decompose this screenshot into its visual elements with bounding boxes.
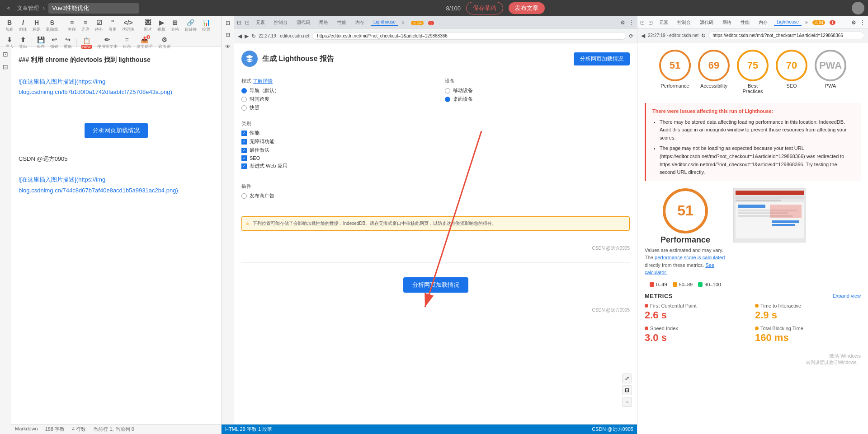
big-score-circle: 51	[663, 188, 708, 233]
lh-panel-more-icon[interactable]: ⋮	[860, 19, 865, 26]
inner-back-btn[interactable]: ◀	[238, 33, 242, 39]
inner-refresh-btn[interactable]: ⟳	[629, 33, 633, 39]
perf-score-section: 51 Performance Values are estimated and …	[645, 188, 726, 287]
toolbar-code[interactable]: </>代码块	[120, 18, 136, 33]
metrics-expand-btn[interactable]: Expand view	[833, 293, 861, 299]
inner-forward-btn[interactable]: ▶	[245, 33, 249, 39]
lh-check-a11y[interactable]: ✓	[241, 139, 247, 145]
toolbar-quote[interactable]: "引用	[107, 18, 118, 33]
perf-screenshot	[733, 188, 806, 243]
devtools-tab-network[interactable]: 网络	[316, 19, 331, 27]
lh-analyze-btn-top[interactable]: 分析网页加载情况	[574, 52, 630, 65]
toolbar-bold[interactable]: B加粗	[4, 18, 15, 33]
lh-radio-snapshot[interactable]	[241, 105, 247, 111]
back-btn[interactable]: ＜	[4, 3, 14, 13]
lh-mode-timespan-label: 时间跨度	[250, 96, 269, 103]
lh-panel-tab-elements[interactable]: 元素	[656, 19, 671, 27]
editor-status-bar: Markdown 188 字数 4 行数 当前行 1, 当前列 0	[11, 424, 221, 434]
metric-tti-value: 2.9 s	[755, 309, 861, 321]
lh-radio-timespan[interactable]	[241, 97, 247, 102]
lh-check-best[interactable]: ✓	[241, 148, 247, 153]
lh-radio-ads[interactable]	[241, 193, 247, 199]
devtools-tab-lighthouse[interactable]: Lighthouse	[371, 19, 398, 26]
lh-panel-tab-memory[interactable]: 内存	[756, 19, 770, 27]
inner-browser-nav: ◀ ▶ ↻ 22:27:19 · editor.csdn.net ⟳	[234, 29, 637, 43]
lh-check-perf[interactable]: ✓	[241, 131, 247, 136]
preview-fullscreen-icon[interactable]: ⊡	[622, 385, 632, 395]
toolbar-vote[interactable]: 📊投票	[200, 18, 212, 33]
preview-expand-icon[interactable]: ⤢	[622, 373, 632, 383]
lh-check-pwa[interactable]: ✓	[241, 163, 247, 169]
inner-devtools-tabs: ⊡ ⊡ 元素 控制台 源代码 网络 性能 内存 Lighthouse » ⚠ 3…	[234, 16, 637, 29]
toolbar-todo[interactable]: ☑待办	[93, 18, 105, 33]
devtools-tab-memory[interactable]: 内存	[353, 19, 367, 27]
lh-panel-tab-source[interactable]: 源代码	[697, 19, 716, 27]
metric-tbt: Total Blocking Time 160 ms	[755, 326, 861, 344]
lh-mode-link[interactable]: 了解详情	[253, 78, 273, 84]
article-title-input[interactable]	[48, 3, 139, 14]
toolbar-strikethrough[interactable]: S删除线	[44, 18, 60, 33]
toolbar-image[interactable]: 🖼图片	[142, 18, 154, 33]
windows-watermark: 激活 Windows 转到设置以激活Windows。	[645, 353, 861, 366]
editor-side-btn-2[interactable]: ⊟	[1, 61, 10, 72]
editor-body[interactable]: ### 利用 chrome 的devtools 找到 lighthouse ![…	[11, 47, 221, 424]
legend-yellow: 50–89	[673, 282, 693, 287]
toolbar-heading[interactable]: H标题	[31, 18, 42, 33]
toolbar-link[interactable]: 🔗超链接	[183, 18, 198, 33]
lh-panel-tab-performance[interactable]: 性能	[738, 19, 752, 27]
preview-close-icon[interactable]: −	[622, 397, 632, 407]
devtools-settings-icon[interactable]: ⚙	[620, 19, 625, 26]
metric-si-dot	[645, 327, 648, 330]
article-management-link[interactable]: 文章管理	[17, 5, 39, 12]
lh-warning-icon: ⚠	[245, 221, 250, 226]
preview-sidebar-btn-3[interactable]: 👁	[223, 42, 232, 51]
editor-cursor: 当前行 1, 当前列 0	[93, 426, 134, 433]
score-label-seo: SEO	[786, 83, 797, 89]
editor-side-btn-1[interactable]: ⊡	[1, 49, 10, 60]
lh-panel-more[interactable]: »	[805, 20, 808, 25]
lh-panel-tab-console[interactable]: 控制台	[675, 19, 693, 27]
preview-sidebar-btn-1[interactable]: ⊡	[224, 18, 232, 28]
legend-red: 0–49	[650, 282, 667, 287]
inner-url-input[interactable]	[312, 32, 626, 40]
devtools-tab-performance[interactable]: 性能	[335, 19, 349, 27]
lh-panel-tab-lighthouse[interactable]: Lighthouse	[774, 19, 802, 26]
lh-panel-tab-network[interactable]: 网络	[720, 19, 734, 27]
toolbar-video[interactable]: ▶视频	[156, 18, 167, 33]
toolbar-table[interactable]: ⊞表格	[169, 18, 181, 33]
user-avatar[interactable]	[852, 2, 864, 14]
lh-radio-nav[interactable]	[241, 88, 247, 93]
metric-tbt-value: 160 ms	[755, 332, 861, 344]
lh-check-seo[interactable]: ✓	[241, 155, 247, 161]
metrics-header: METRICS Expand view	[645, 293, 861, 299]
metric-tbt-text: Total Blocking Time	[760, 326, 803, 331]
lh-radio-desktop[interactable]	[445, 97, 450, 102]
metric-si-text: Speed Index	[650, 326, 678, 331]
lh-panel-settings-icon[interactable]: ⚙	[851, 19, 856, 26]
devtools-tab-source[interactable]: 源代码	[294, 19, 313, 27]
score-circle-accessibility: 69	[698, 50, 730, 81]
lh-radio-mobile[interactable]	[445, 88, 450, 93]
save-draft-btn[interactable]: 保存草稿	[466, 2, 503, 14]
toolbar-unordered[interactable]: ≡无序	[80, 18, 91, 33]
metric-fcp-value: 2.6 s	[645, 309, 750, 321]
lh-analyze-btn-center[interactable]: 分析网页加载情况	[403, 277, 468, 293]
perf-score-link[interactable]: performance score is calculated	[655, 255, 725, 260]
publish-btn[interactable]: 发布文章	[509, 2, 545, 14]
analyze-btn-editor[interactable]: 分析网页加载情况	[85, 123, 148, 138]
preview-sidebar-btn-2[interactable]: ⊟	[224, 30, 232, 40]
lh-panel-back-btn[interactable]: ◀	[641, 33, 645, 39]
preview-status-bar: HTML 29 字数 1 段落 CSDN @远方0905	[222, 424, 637, 434]
toolbar-ordered[interactable]: ≡有序	[66, 18, 78, 33]
devtools-tab-console[interactable]: 控制台	[271, 19, 290, 27]
lh-device-desktop: 桌面设备	[445, 96, 630, 103]
toolbar-italic[interactable]: I斜体	[17, 18, 29, 33]
score-circle-pwa: PWA	[815, 50, 846, 81]
devtools-more[interactable]: »	[402, 20, 405, 25]
devtools-more-icon[interactable]: ⋮	[629, 19, 634, 26]
editor-chars: 188 字数	[45, 426, 65, 433]
devtools-tab-elements[interactable]: 元素	[253, 19, 268, 27]
inner-reload-btn[interactable]: ↻	[251, 33, 256, 39]
lh-panel-url-input[interactable]	[708, 32, 864, 39]
metric-tti-text: Time to Interactive	[760, 303, 801, 308]
